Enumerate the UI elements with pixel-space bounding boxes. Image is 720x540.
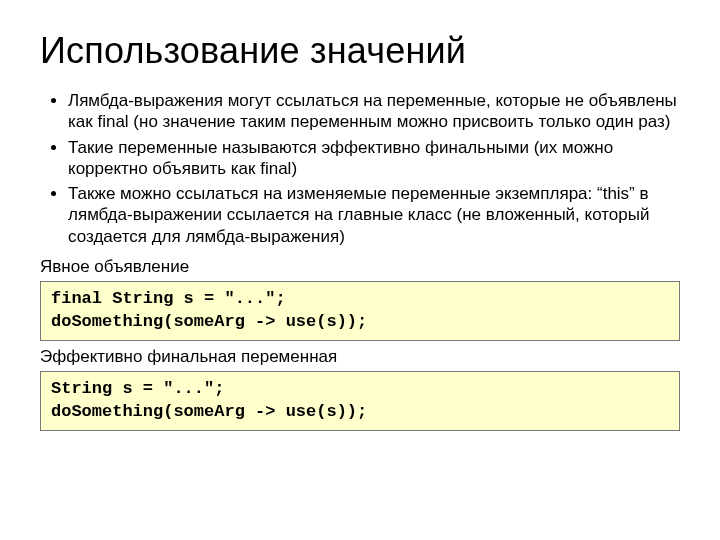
- list-item: Такие переменные называются эффективно ф…: [68, 137, 680, 180]
- bullet-list: Лямбда-выражения могут ссылаться на пере…: [40, 90, 680, 247]
- list-item: Также можно ссылаться на изменяемые пере…: [68, 183, 680, 247]
- code-label-effective: Эффективно финальная переменная: [40, 347, 680, 367]
- code-block-explicit: final String s = "..."; doSomething(some…: [40, 281, 680, 341]
- code-label-explicit: Явное объявление: [40, 257, 680, 277]
- code-block-effective: String s = "..."; doSomething(someArg ->…: [40, 371, 680, 431]
- slide: Использование значений Лямбда-выражения …: [0, 0, 720, 540]
- list-item: Лямбда-выражения могут ссылаться на пере…: [68, 90, 680, 133]
- slide-title: Использование значений: [40, 30, 680, 72]
